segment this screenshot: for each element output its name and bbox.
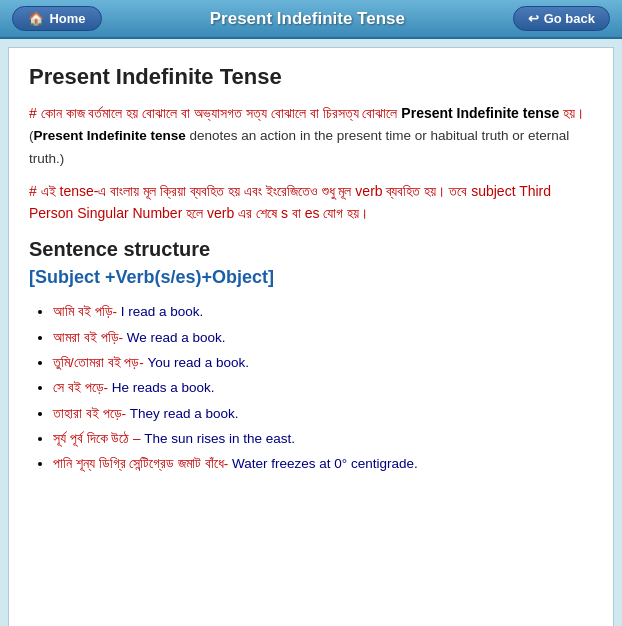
definition1-bengali: # কোন কাজ বর্তমালে হয় বোঝালে বা অভ্যাসগ… [29,105,584,121]
back-icon: ↩ [528,11,539,26]
back-label: Go back [544,11,595,26]
go-back-button[interactable]: ↩ Go back [513,6,610,31]
page-title: Present Indefinite Tense [29,64,593,90]
examples-list: আমি বই পড়ি- I read a book. আমরা বই পড়ি… [29,300,593,476]
list-item: তুমি/তোমরা বই পড়- You read a book. [53,351,593,375]
home-icon: 🏠 [28,11,44,26]
example-bengali-5: তাহারা বই পড়ে- [53,406,126,421]
example-bengali-1: আমি বই পড়ি- [53,304,117,319]
main-content: Present Indefinite Tense # কোন কাজ বর্তম… [8,47,614,626]
header: 🏠 Home Present Indefinite Tense ↩ Go bac… [0,0,622,39]
list-item: তাহারা বই পড়ে- They read a book. [53,402,593,426]
definition1-english: (Present Indefinite tense denotes an act… [29,128,569,166]
definition-block-2: # এই tense-এ বাংলায় মূল ক্রিয়া ব্যবহিত… [29,180,593,225]
example-english-1: I read a book. [117,304,203,319]
example-bengali-2: আমরা বই পড়ি- [53,330,123,345]
example-english-2: We read a book. [123,330,226,345]
header-title: Present Indefinite Tense [102,9,513,29]
definition2-text: # এই tense-এ বাংলায় মূল ক্রিয়া ব্যবহিত… [29,183,551,221]
example-english-6: The sun rises in the east. [141,431,296,446]
list-item: সে বই পড়ে- He reads a book. [53,376,593,400]
home-label: Home [49,11,85,26]
example-english-4: He reads a book. [108,380,215,395]
list-item: আমি বই পড়ি- I read a book. [53,300,593,324]
example-english-5: They read a book. [126,406,239,421]
list-item: পানি শূন্য ডিগ্রি সেন্টিগ্রেড জমাট বাঁধে… [53,452,593,476]
definition-block-1: # কোন কাজ বর্তমালে হয় বোঝালে বা অভ্যাসগ… [29,102,593,170]
example-bengali-6: সূর্য পূর্ব দিকে উঠে – [53,431,141,446]
formula: [Subject +Verb(s/es)+Object] [29,267,593,288]
list-item: আমরা বই পড়ি- We read a book. [53,326,593,350]
home-button[interactable]: 🏠 Home [12,6,102,31]
list-item: সূর্য পূর্ব দিকে উঠে – The sun rises in … [53,427,593,451]
example-bengali-3: তুমি/তোমরা বই পড়- [53,355,144,370]
example-english-7: Water freezes at 0° centigrade. [228,456,418,471]
example-bengali-4: সে বই পড়ে- [53,380,108,395]
example-bengali-7: পানি শূন্য ডিগ্রি সেন্টিগ্রেড জমাট বাঁধে… [53,456,228,471]
example-english-3: You read a book. [144,355,249,370]
sentence-structure-heading: Sentence structure [29,238,593,261]
